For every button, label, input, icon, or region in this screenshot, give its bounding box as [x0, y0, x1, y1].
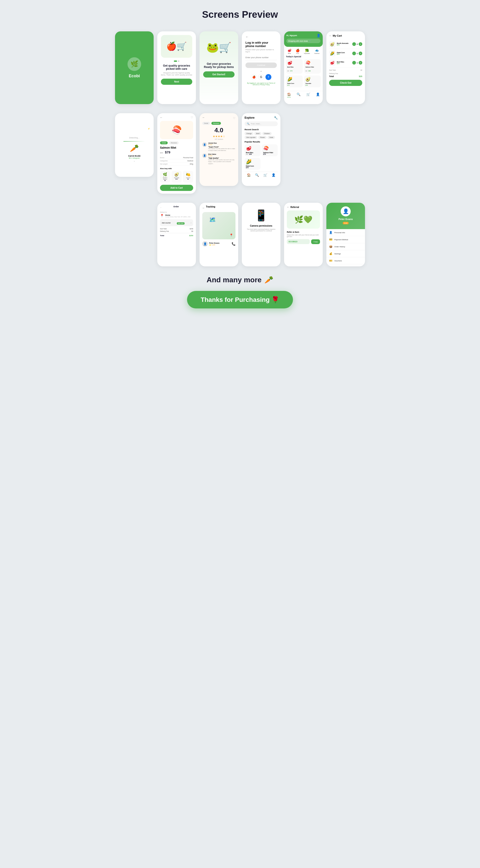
- profile-icon[interactable]: 👤: [317, 34, 320, 37]
- voucher-label: Add voucher: [162, 222, 171, 224]
- cart-screen: ← My Cart 🥑 Booth Avocado $79 - 2 + 🌽 Da…: [326, 31, 365, 104]
- product-back[interactable]: ←: [160, 116, 163, 119]
- product-avocado[interactable]: 🥑 Avocado $79: [304, 75, 321, 87]
- popular-salmon[interactable]: 🍣 Salmon Fillet $79: [262, 144, 278, 156]
- corn-info: Dalat Corn $79: [337, 52, 345, 55]
- back-arrow[interactable]: ←: [246, 35, 277, 39]
- search-icon: 🔍: [247, 123, 250, 125]
- reviews-tab-reviews[interactable]: Reviews: [211, 122, 221, 125]
- checkout-button[interactable]: Check Out: [329, 80, 362, 86]
- voucher-arrow[interactable]: ›: [191, 222, 191, 224]
- add-to-cart-button[interactable]: Add to Cart: [160, 185, 193, 191]
- corn-plus[interactable]: +: [359, 52, 362, 55]
- menu-savings[interactable]: 💰 Savings: [326, 250, 365, 257]
- nav-home-2[interactable]: 🏠: [247, 173, 251, 177]
- also-more[interactable]: 🍋Lemon$1: [183, 171, 193, 183]
- product-tabs: Detail Reviews: [160, 142, 193, 144]
- popular-beef[interactable]: 🥩 Beef Ribs $99$59: [245, 144, 260, 156]
- category-meat[interactable]: 🥩Meat: [288, 49, 291, 54]
- google-login-button[interactable]: G: [258, 74, 264, 80]
- category-vegetable[interactable]: 🥦Vegetable: [304, 49, 310, 54]
- avocado-plus[interactable]: +: [359, 42, 362, 46]
- review-2: 👤 Kim Catoo ★ 5.0 "High Quality" Used it…: [202, 153, 235, 164]
- nav-search[interactable]: 🔍: [297, 93, 300, 98]
- reviews-screen: ← ♡ Detail Reviews 4.0 ★★★★☆ 147 reviews…: [199, 113, 238, 186]
- menu-vouchers[interactable]: 🎫 Vouchers: [326, 257, 365, 264]
- tag-beef[interactable]: Beef: [254, 132, 261, 135]
- ribs-plus[interactable]: +: [359, 61, 362, 65]
- map-area: 🗺️ 📍: [202, 212, 235, 239]
- total-value: $25: [359, 75, 362, 78]
- category-val: Seafood: [187, 160, 193, 162]
- bottom-nav: 🏠Home 🔍 🛒 👤: [284, 91, 323, 99]
- referral-code: ECOBI23: [287, 239, 310, 244]
- tab-detail[interactable]: Detail: [160, 142, 168, 144]
- phone-icon[interactable]: 📞: [232, 242, 235, 246]
- reviewer-2-info: Kim Catoo ★ 5.0 "High Quality" Used it f…: [208, 153, 235, 164]
- order-title: Order: [173, 206, 179, 208]
- filter-icon[interactable]: 🔧: [274, 116, 278, 120]
- reviews-back[interactable]: ←: [202, 116, 205, 119]
- brand-val: Picovina Food: [183, 157, 193, 158]
- menu-personal-info[interactable]: 👤 Personal Info: [326, 229, 365, 236]
- facebook-login-button[interactable]: f: [265, 74, 271, 80]
- reviews-tab-detail[interactable]: Detail: [202, 122, 210, 125]
- corn-img: 🌽: [329, 50, 335, 57]
- tag-diet[interactable]: Diet cupcake: [245, 136, 257, 139]
- order-delivery-label: Delivery Fee: [160, 230, 169, 232]
- next-button[interactable]: Next: [161, 79, 192, 85]
- also-spices[interactable]: 🌿Steak's Spices$5: [160, 171, 170, 183]
- apple-login-button[interactable]: 🍎: [251, 74, 257, 80]
- category-fruit[interactable]: 🍎Fruit: [296, 49, 299, 54]
- carrot-price: $2.1 kilogram: [129, 157, 140, 159]
- tracking-back[interactable]: ←: [202, 206, 205, 210]
- product-corn[interactable]: 🌽 Dalat Corn $79: [286, 75, 303, 87]
- rating-stars: ★★★★☆: [202, 135, 235, 138]
- nav-explore[interactable]: 🔍: [255, 173, 259, 177]
- nav-cart-2[interactable]: 🛒: [263, 173, 267, 177]
- product-beef-ribs[interactable]: 🥩 Beef Ribs $99 $79: [286, 59, 303, 74]
- camera-screen: 📱 Camera permissions The best taste scan…: [242, 203, 281, 267]
- get-started-button[interactable]: Get Started!: [203, 71, 234, 78]
- carrot-emoji: 🥕: [264, 276, 274, 284]
- referral-back[interactable]: ←: [287, 206, 290, 209]
- explore-search[interactable]: 🔍 Fruit, meat...: [245, 121, 278, 126]
- tab-reviews[interactable]: Reviews: [169, 142, 179, 144]
- reviews-fav[interactable]: ♡: [233, 117, 235, 120]
- menu-payment-method[interactable]: 💳 Payment Method: [326, 236, 365, 243]
- tag-chicken[interactable]: Chicken: [262, 132, 271, 135]
- nav-profile-2[interactable]: 👤: [271, 173, 276, 177]
- tag-orange[interactable]: Orange: [245, 132, 253, 135]
- home-screen: Hi, Nguyen 👤 Shopping with more deals 🛒 …: [284, 31, 323, 104]
- avocado-minus[interactable]: -: [352, 42, 356, 46]
- copy-button[interactable]: Copy: [311, 239, 320, 244]
- ribs-minus[interactable]: -: [352, 61, 356, 65]
- phone-input[interactable]: [246, 55, 277, 60]
- driver-info: 👤 Peter Evans ⭐ 4.9/5 📞: [202, 241, 235, 247]
- product-fav[interactable]: ♡: [191, 116, 193, 119]
- popular-corn[interactable]: 🌽 Dalat Corn $79: [245, 158, 260, 170]
- chevron-right-icon[interactable]: ›: [134, 160, 134, 162]
- also-avocado[interactable]: 🥑Avocado$14: [171, 171, 182, 183]
- price-summary: Sub Total $258 Delivery Fee $0 Total $25…: [160, 228, 193, 237]
- category-seafood[interactable]: 🐟Seafood: [314, 49, 319, 54]
- nav-cart[interactable]: 🛒: [307, 93, 310, 98]
- menu-order-history[interactable]: 📦 Order History: [326, 243, 365, 250]
- onboard2-screen: 🐸🛒 Get your groceries Ready for pickup i…: [199, 31, 238, 104]
- tag-flower[interactable]: Flower: [258, 136, 266, 139]
- corn-minus[interactable]: -: [352, 52, 356, 55]
- order-back[interactable]: ←: [160, 207, 162, 209]
- delivery-row: Delivery Fee $0: [160, 230, 193, 232]
- rating-number: 4.0: [202, 127, 235, 134]
- also-buy-section: Also buy with 🌿Steak's Spices$5 🥑Avocado…: [160, 167, 193, 183]
- product-salmon[interactable]: 🍣 Salmon Fillet $59 $89: [304, 59, 321, 74]
- continue-button[interactable]: Continue: [246, 62, 277, 68]
- avocado-qty: - 2 +: [352, 42, 362, 46]
- nav-home[interactable]: 🏠Home: [287, 93, 291, 98]
- screens-row-1: 🌿 Ecobi 🍎🛒 Get quality groceries picked …: [115, 31, 365, 104]
- tag-soda[interactable]: Soda: [267, 136, 275, 139]
- cart-back[interactable]: ←: [329, 34, 332, 37]
- nav-profile[interactable]: 👤: [316, 93, 320, 98]
- thanks-button[interactable]: Thanks for Purchasing 🌹: [187, 291, 293, 308]
- tracking-screen: ← Tracking 🗺️ 📍 👤 Peter Evans ⭐ 4.9/5 📞: [199, 203, 238, 267]
